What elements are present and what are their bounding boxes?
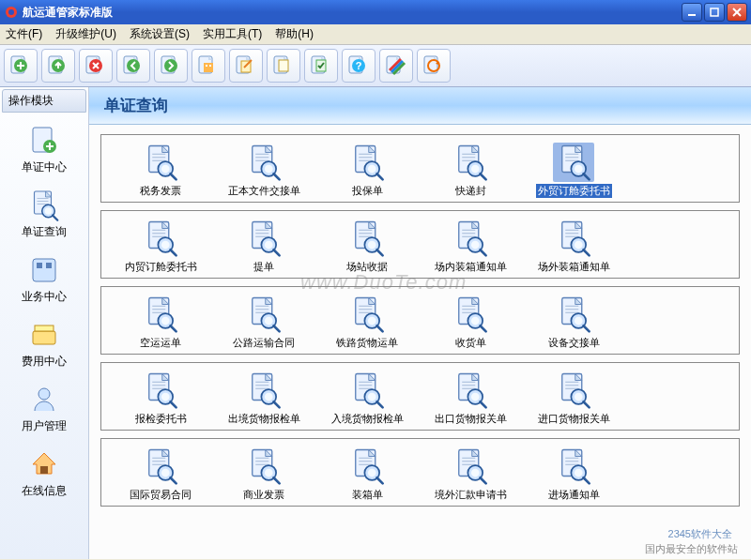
doc-item[interactable]: 场内装箱通知单 [419,217,522,276]
doc-item[interactable]: 商业发票 [212,445,315,504]
doc-item[interactable]: 报检委托书 [109,369,212,428]
doc-item[interactable]: 提单 [212,217,315,276]
page-title: 单证查询 [104,95,168,116]
sidebar-item-2[interactable]: 业务中心 [0,248,88,312]
biz-icon [27,253,61,287]
svg-point-8 [8,9,14,15]
doc-item[interactable]: 收货单 [419,293,522,352]
svg-rect-26 [209,65,211,67]
doc-item[interactable]: 出境货物报检单 [212,369,315,428]
menu-help[interactable]: 帮助(H) [275,26,314,42]
doc-item[interactable]: 铁路货物运单 [315,293,419,352]
doc-item[interactable]: 进口货物报关单 [522,369,625,428]
doc-item[interactable]: 国际贸易合同 [109,445,212,504]
toolbar-add-button[interactable] [4,49,38,83]
doc-item[interactable]: 出口货物报关单 [419,369,522,428]
menu-system[interactable]: 系统设置(S) [130,26,190,42]
doc-item-label: 国际贸易合同 [130,488,192,502]
toolbar-open-button[interactable] [41,49,75,83]
doc-item[interactable]: 设备交接单 [522,293,625,352]
toolbar-check-button[interactable] [304,49,338,83]
doc-item[interactable]: 场站收据 [315,217,419,276]
sidebar-item-1[interactable]: 单证查询 [0,183,88,248]
doc-item[interactable]: 快递封 [419,141,522,200]
window-title: 航运通管家标准版 [23,5,682,21]
main-content: 税务发票正本文件交接单投保单快递封外贸订舱委托书内贸订舱委托书提单场站收据场内装… [89,125,751,559]
fee-icon [27,318,61,352]
toolbar-edit-button[interactable] [229,49,263,83]
doc-item[interactable]: 公路运输合同 [212,293,315,352]
doc-search-icon [243,446,284,486]
toolbar-delete-button[interactable] [79,49,113,83]
doc-item[interactable]: 正本文件交接单 [212,141,315,200]
toolbar-stripes-button[interactable] [379,49,413,83]
close-button[interactable] [727,3,747,22]
doc-search-icon [450,219,491,258]
doc-item-label: 铁路货物运单 [336,336,398,350]
doc-item-label: 快递封 [455,184,486,198]
svg-rect-10 [711,8,718,16]
doc-search-icon [346,143,388,182]
doc-item-label: 场外装箱通知单 [538,260,610,274]
doc-search-icon [450,143,491,182]
menu-upgrade[interactable]: 升级维护(U) [55,26,116,42]
doc-item[interactable]: 入境货物报检单 [315,369,419,428]
toolbar-building-button[interactable] [192,49,225,83]
doc-search-icon [140,219,181,258]
doc-search-icon [140,143,181,182]
doc-item-label: 内贸订舱委托书 [125,260,197,274]
menubar: 文件(F) 升级维护(U) 系统设置(S) 实用工具(T) 帮助(H) [0,24,751,45]
doc-group-1: 内贸订舱委托书提单场站收据场内装箱通知单场外装箱通知单 [100,210,740,279]
toolbar-help-button[interactable]: ? [342,49,376,83]
toolbar-page-button[interactable] [267,49,300,83]
doc-search-icon [243,371,284,410]
doc-item-label: 进场通知单 [548,488,600,502]
doc-item-label: 投保单 [352,184,383,198]
main-header: 单证查询 [89,87,751,125]
svg-rect-44 [33,331,55,344]
doc-item[interactable]: 境外汇款申请书 [419,445,522,504]
doc-item-label: 场站收据 [346,260,388,274]
menu-tools[interactable]: 实用工具(T) [203,26,262,42]
toolbar: ? [0,45,751,87]
doc-search-icon [553,371,594,410]
doc-search-icon [553,219,594,258]
svg-rect-30 [279,60,288,71]
doc-search-icon [346,295,388,334]
sidebar-item-label: 单证中心 [22,159,67,175]
svg-rect-47 [40,466,48,474]
doc-item-label: 收货单 [455,336,486,350]
sidebar-item-4[interactable]: 用户管理 [0,377,88,442]
home-icon [27,447,61,481]
sidebar-item-label: 用户管理 [22,418,67,434]
doc-item[interactable]: 内贸订舱委托书 [109,217,212,276]
doc-item-label: 境外汇款申请书 [435,488,507,502]
sidebar-item-label: 业务中心 [22,289,67,305]
doc-search-icon [27,189,61,222]
sidebar-item-5[interactable]: 在线信息 [0,442,88,507]
doc-item-label: 设备交接单 [548,336,600,350]
svg-text:?: ? [356,60,362,71]
maximize-button[interactable] [704,3,725,22]
toolbar-refresh-button[interactable] [417,49,451,83]
sidebar-item-0[interactable]: 单证中心 [0,118,88,183]
doc-item[interactable]: 装箱单 [315,445,419,504]
doc-item[interactable]: 进场通知单 [522,445,625,504]
doc-item[interactable]: 外贸订舱委托书 [522,141,625,200]
user-icon [27,383,61,416]
doc-item[interactable]: 空运运单 [109,293,212,352]
sidebar-item-3[interactable]: 费用中心 [0,312,88,377]
toolbar-forward-button[interactable] [154,49,188,83]
doc-item-label: 报检委托书 [135,412,187,426]
doc-item[interactable]: 场外装箱通知单 [522,217,625,276]
svg-point-46 [38,388,50,400]
doc-search-icon [346,219,388,258]
toolbar-back-button[interactable] [116,49,150,83]
minimize-button[interactable] [682,3,702,22]
doc-item-label: 进口货物报关单 [538,412,610,426]
svg-point-22 [164,59,177,72]
doc-group-2: 空运运单公路运输合同铁路货物运单收货单设备交接单 [100,286,740,355]
doc-item[interactable]: 税务发票 [109,141,212,200]
menu-file[interactable]: 文件(F) [6,26,42,42]
doc-item[interactable]: 投保单 [315,141,419,200]
